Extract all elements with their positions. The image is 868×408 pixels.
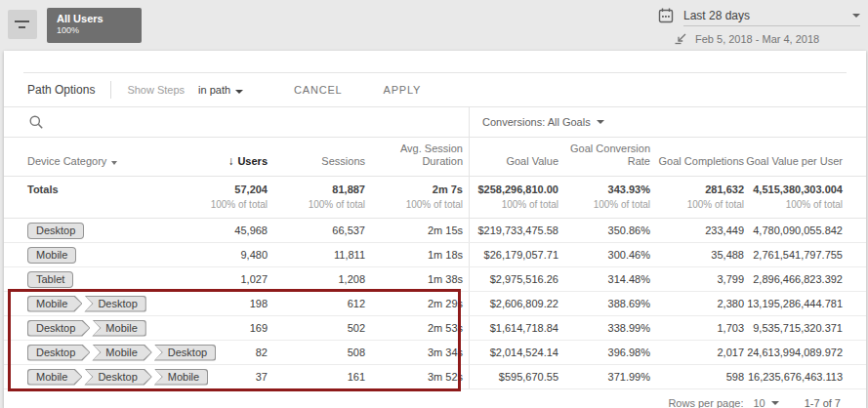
totals-value-per-user-pct: 100% of total	[744, 199, 843, 210]
sessions-cell: 11,811	[268, 249, 365, 261]
rows-per-page-label: Rows per page:	[668, 397, 743, 408]
device-chip: Desktop	[27, 223, 84, 239]
segment-all-users[interactable]: All Users 100%	[47, 8, 142, 43]
device-path-cell: MobileDesktop	[27, 296, 203, 312]
goal-value-cell: $595,670.55	[463, 371, 558, 383]
value-per-user-cell: 16,235,676,463.113	[744, 371, 843, 383]
table-filter-row: Conversions: All Goals	[4, 107, 866, 137]
table-row[interactable]: Mobile 9,480 11,811 1m 18s $26,179,057.7…	[4, 243, 866, 267]
table-area: Conversions: All Goals Device Category ↓…	[4, 106, 866, 389]
users-cell: 1,027	[203, 273, 268, 285]
totals-users: 57,204	[203, 184, 268, 196]
conversions-label: Conversions: All Goals	[482, 116, 591, 128]
column-header-device-category[interactable]: Device Category	[27, 155, 203, 168]
table-header-row: Device Category ↓Users Sessions Avg. Ses…	[4, 137, 866, 176]
table-row[interactable]: Desktop 45,968 66,537 2m 15s $219,733,47…	[4, 219, 866, 243]
value-per-user-cell: 13,195,286,444.781	[744, 298, 843, 309]
chevron-down-icon	[235, 90, 243, 94]
table-row[interactable]: MobileDesktopMobile 37 161 3m 52s $595,6…	[4, 365, 866, 389]
conversion-rate-cell: 300.46%	[558, 249, 650, 261]
device-chip: Desktop	[84, 369, 151, 386]
chevron-down-icon[interactable]	[771, 401, 779, 405]
compare-arrow-icon	[675, 32, 687, 45]
device-chip: Desktop	[154, 345, 216, 361]
totals-label: Totals	[27, 184, 203, 210]
column-header-goal-conversion-rate[interactable]: Goal Conversion Rate	[558, 143, 650, 168]
apply-button[interactable]: APPLY	[384, 84, 422, 96]
date-range-widget: Last 28 days Feb 5, 2018 - Mar 4, 2018	[658, 5, 860, 45]
sessions-cell: 66,537	[268, 224, 365, 236]
conversion-rate-cell: 396.98%	[558, 347, 650, 358]
goal-value-cell: $26,179,057.71	[463, 249, 558, 261]
device-path-cell: Desktop	[27, 223, 203, 239]
path-options-label[interactable]: Path Options	[27, 83, 95, 97]
totals-sessions: 81,887	[268, 184, 365, 196]
column-header-sessions[interactable]: Sessions	[268, 155, 365, 168]
conversion-rate-cell: 314.48%	[558, 273, 650, 285]
sort-desc-icon: ↓	[227, 154, 233, 168]
pagination-range: 1-7 of 7	[805, 397, 841, 408]
conversion-rate-cell: 350.86%	[558, 224, 650, 236]
table-row[interactable]: MobileDesktop 198 612 2m 29s $2,606,809.…	[4, 292, 866, 316]
device-path-cell: MobileDesktopMobile	[27, 369, 203, 386]
table-rows: Desktop 45,968 66,537 2m 15s $219,733,47…	[4, 218, 866, 389]
goal-value-cell: $2,606,809.22	[463, 298, 558, 309]
table-row[interactable]: DesktopMobileDesktop 82 508 3m 34s $2,01…	[4, 341, 866, 365]
divider	[110, 81, 111, 99]
totals-conversion-rate: 343.93%	[558, 184, 650, 196]
rows-per-page-select[interactable]: 10	[753, 397, 765, 408]
path-options-toolbar: Path Options Show Steps in path CANCEL A…	[4, 73, 866, 106]
column-header-users[interactable]: ↓Users	[203, 155, 268, 168]
filter-button[interactable]	[8, 10, 37, 39]
chevron-down-icon	[852, 14, 860, 18]
totals-row: Totals 57,204100% of total 81,887100% of…	[4, 176, 866, 218]
users-cell: 45,968	[203, 224, 268, 236]
device-chip: Mobile	[92, 320, 145, 337]
cancel-button[interactable]: CANCEL	[294, 84, 342, 96]
completions-cell: 598	[650, 371, 744, 383]
users-cell: 37	[203, 371, 268, 383]
completions-cell: 35,488	[650, 249, 744, 261]
device-chip: Mobile	[27, 247, 76, 264]
filter-icon	[15, 19, 30, 30]
duration-cell: 2m 15s	[365, 224, 463, 236]
date-range-select[interactable]: Last 28 days	[683, 5, 860, 26]
date-range-label: Last 28 days	[683, 9, 750, 22]
table-row[interactable]: DesktopMobile 169 502 2m 53s $1,614,718.…	[4, 316, 866, 341]
column-header-goal-value-per-user[interactable]: Goal Value per User	[744, 155, 843, 168]
device-chip: Mobile	[27, 296, 82, 312]
completions-cell: 2,380	[650, 298, 744, 309]
device-chip: Mobile	[27, 369, 82, 386]
search-icon[interactable]	[29, 115, 43, 129]
pagination-footer: Rows per page: 10 1-7 of 7	[4, 389, 866, 408]
completions-cell: 3,799	[650, 273, 744, 285]
value-per-user-cell: 9,535,715,320.371	[744, 322, 843, 334]
date-range-dates: Feb 5, 2018 - Mar 4, 2018	[695, 33, 819, 45]
duration-cell: 2m 29s	[365, 298, 463, 309]
users-cell: 198	[203, 298, 268, 309]
conversion-rate-cell: 338.99%	[558, 322, 650, 334]
totals-users-pct: 100% of total	[203, 199, 268, 210]
device-chip: Tablet	[27, 271, 73, 288]
show-steps-label: Show Steps	[127, 84, 185, 96]
conversion-rate-cell: 388.69%	[558, 298, 650, 309]
column-header-goal-completions[interactable]: Goal Completions	[650, 155, 744, 168]
sessions-cell: 1,208	[268, 273, 365, 285]
device-chip: Mobile	[92, 345, 151, 361]
table-row[interactable]: Tablet 1,027 1,208 1m 38s $2,975,516.26 …	[4, 267, 866, 292]
in-path-dropdown[interactable]: in path	[198, 84, 243, 96]
top-bar: All Users 100% Last 28 days	[0, 0, 868, 51]
duration-cell: 1m 18s	[365, 249, 463, 261]
conversions-goal-selector[interactable]: Conversions: All Goals	[482, 107, 604, 137]
duration-cell: 1m 38s	[365, 273, 463, 285]
chevron-down-icon	[111, 161, 117, 165]
sessions-cell: 508	[268, 347, 365, 358]
totals-value-per-user: 4,515,380,303.004	[744, 184, 843, 196]
column-header-avg-session-duration[interactable]: Avg. Session Duration	[365, 143, 463, 168]
device-path-cell: DesktopMobileDesktop	[27, 345, 203, 361]
column-header-goal-value[interactable]: Goal Value	[463, 155, 558, 168]
goal-value-cell: $2,014,524.14	[463, 347, 558, 358]
segment-title: All Users	[57, 13, 132, 25]
device-path-cell: Mobile	[27, 247, 203, 264]
chevron-down-icon	[597, 120, 604, 124]
